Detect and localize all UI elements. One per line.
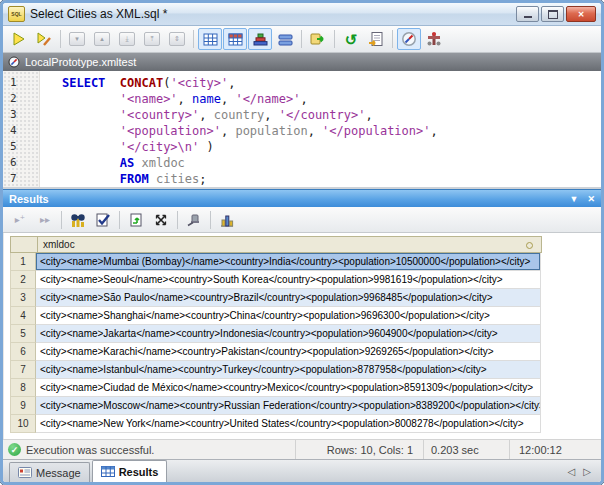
results-panel-titlebar[interactable]: Results ▼ ✕: [3, 189, 601, 207]
status-rows-cols: Rows: 10, Cols: 1: [295, 440, 423, 459]
export-button[interactable]: [306, 28, 330, 50]
goto-next-button[interactable]: ▸▸: [33, 209, 57, 231]
grid-body[interactable]: 1<city><name>Mumbai (Bombay)</name><coun…: [10, 253, 601, 433]
row-number[interactable]: 1: [10, 253, 36, 271]
panel-close-button[interactable]: ✕: [587, 194, 595, 204]
row-number-header[interactable]: [10, 236, 37, 253]
result-cell[interactable]: <city><name>New York</name><country>Unit…: [36, 415, 541, 433]
nav-to-bottom-button[interactable]: ⤓: [115, 28, 139, 50]
results-grid[interactable]: xmldoc 1<city><name>Mumbai (Bombay)</nam…: [3, 233, 601, 439]
code-token: FROM: [120, 172, 149, 186]
sql-editor[interactable]: 1234567 SELECT CONCAT('<city>', '<name>'…: [3, 71, 601, 189]
code-token: AS: [120, 156, 134, 170]
expand-cells-button[interactable]: [149, 209, 173, 231]
result-cell[interactable]: <city><name>Jakarta</name><country>Indon…: [36, 325, 541, 343]
chart-view-button[interactable]: [215, 209, 239, 231]
column-header-xmldoc[interactable]: xmldoc: [37, 236, 542, 253]
undo-button[interactable]: ↺: [339, 28, 363, 50]
code-token: ,: [228, 76, 235, 90]
result-row[interactable]: 6<city><name>Karachi</name><country>Paki…: [10, 343, 601, 361]
result-cell[interactable]: <city><name>Moscow</name><country>Russia…: [36, 397, 541, 415]
tab-scroll-left-button[interactable]: ◁: [568, 466, 576, 477]
code-token: '<country>': [120, 108, 199, 122]
code-token: xmldoc: [141, 156, 184, 170]
result-cell[interactable]: <city><name>Karachi</name><country>Pakis…: [36, 343, 541, 361]
code-line[interactable]: SELECT CONCAT('<city>',: [62, 75, 601, 91]
execute-button[interactable]: [7, 28, 31, 50]
close-button[interactable]: ✕: [566, 6, 596, 22]
row-number[interactable]: 6: [10, 343, 36, 361]
code-line[interactable]: AS xmldoc: [62, 155, 601, 171]
result-row[interactable]: 4<city><name>Shanghai</name><country>Chi…: [10, 307, 601, 325]
nav-both-button[interactable]: ⇕: [165, 28, 189, 50]
goto-next-icon: ▸▸: [40, 215, 50, 225]
code-token: [149, 172, 156, 186]
code-line[interactable]: FROM cities;: [62, 171, 601, 187]
nav-to-top-button[interactable]: ⤒: [140, 28, 164, 50]
code-line[interactable]: '</city>\n' ): [62, 139, 601, 155]
data-pipeline-button[interactable]: [422, 28, 446, 50]
result-cell[interactable]: <city><name>Ciudad de México</name><coun…: [36, 379, 541, 397]
tab-scroll-right-button[interactable]: ▷: [583, 466, 591, 477]
result-row[interactable]: 3<city><name>São Paulo</name><country>Br…: [10, 289, 601, 307]
result-cell[interactable]: <city><name>Mumbai (Bombay)</name><count…: [36, 253, 541, 271]
row-number[interactable]: 2: [10, 271, 36, 289]
app-window: SQL Select Cities as XML.sql * ✕ ▾ ▴ ⤓ ⤒…: [0, 0, 604, 485]
code-line[interactable]: '<population>', population, '</populatio…: [62, 123, 601, 139]
result-row[interactable]: 9<city><name>Moscow</name><country>Russi…: [10, 397, 601, 415]
result-row[interactable]: 2<city><name>Seoul</name><country>South …: [10, 271, 601, 289]
code-token: ,: [308, 124, 322, 138]
result-cell[interactable]: <city><name>Seoul</name><country>South K…: [36, 271, 541, 289]
pipeline-icon: [426, 31, 442, 47]
nav-up-button[interactable]: ▴: [90, 28, 114, 50]
maximize-button[interactable]: [541, 6, 564, 22]
nav-to-top-icon: ⤒: [144, 32, 160, 46]
edit-check-button[interactable]: [91, 209, 115, 231]
document-bar[interactable]: LocalPrototype.xmltest: [3, 53, 601, 71]
row-number[interactable]: 7: [10, 361, 36, 379]
line-number: 4: [3, 123, 39, 139]
tab-message[interactable]: Message: [9, 462, 90, 482]
nav-down-button[interactable]: ▾: [65, 28, 89, 50]
pin-icon: [186, 212, 202, 228]
execute-for-editing-button[interactable]: [32, 28, 56, 50]
row-number[interactable]: 9: [10, 397, 36, 415]
status-message: Execution was successful.: [26, 444, 154, 456]
row-number[interactable]: 5: [10, 325, 36, 343]
row-number[interactable]: 4: [10, 307, 36, 325]
result-cell[interactable]: <city><name>Shanghai</name><country>Chin…: [36, 307, 541, 325]
bar-chart-icon: [219, 212, 235, 228]
append-to-file-button[interactable]: [364, 28, 388, 50]
code-token: ,: [199, 108, 213, 122]
result-cell[interactable]: <city><name>Istanbul</name><country>Turk…: [36, 361, 541, 379]
tab-results[interactable]: Results: [92, 460, 168, 482]
result-row[interactable]: 8<city><name>Ciudad de México</name><cou…: [10, 379, 601, 397]
results-toolbar: ▸⁺ ▸▸: [3, 207, 601, 233]
result-cell[interactable]: <city><name>São Paulo</name><country>Bra…: [36, 289, 541, 307]
result-row[interactable]: 10<city><name>New York</name><country>Un…: [10, 415, 601, 433]
row-number[interactable]: 8: [10, 379, 36, 397]
minimize-button[interactable]: [516, 6, 539, 22]
row-number[interactable]: 10: [10, 415, 36, 433]
rows-icon: [278, 32, 293, 47]
code-line[interactable]: '<name>', name, '</name>',: [62, 91, 601, 107]
title-bar[interactable]: SQL Select Cities as XML.sql * ✕: [3, 3, 601, 26]
code-line[interactable]: '<country>', country, '</country>',: [62, 107, 601, 123]
grid-view-button[interactable]: [198, 28, 222, 50]
find-button[interactable]: [66, 209, 90, 231]
grid-header-view-button[interactable]: [223, 28, 247, 50]
refresh-document-button[interactable]: [124, 209, 148, 231]
result-row[interactable]: 5<city><name>Jakarta</name><country>Indo…: [10, 325, 601, 343]
toolbar-separator: [392, 30, 393, 48]
panel-menu-button[interactable]: ▼: [570, 194, 579, 204]
xml-compass-button[interactable]: [397, 28, 421, 50]
goto-statement-button[interactable]: ▸⁺: [8, 209, 32, 231]
stacked-view-button[interactable]: [248, 28, 272, 50]
result-row[interactable]: 7<city><name>Istanbul</name><country>Tur…: [10, 361, 601, 379]
rows-view-button[interactable]: [273, 28, 297, 50]
row-number[interactable]: 3: [10, 289, 36, 307]
pin-result-button[interactable]: [182, 209, 206, 231]
result-row[interactable]: 1<city><name>Mumbai (Bombay)</name><coun…: [10, 253, 601, 271]
code-area[interactable]: SELECT CONCAT('<city>', '<name>', name, …: [40, 71, 601, 187]
code-token: ,: [221, 92, 235, 106]
